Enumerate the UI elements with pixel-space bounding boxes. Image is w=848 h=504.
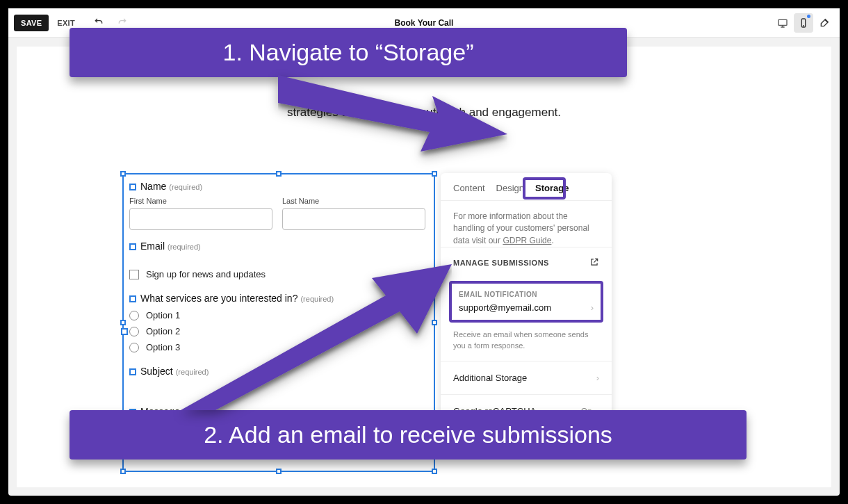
option-label: Option 2	[146, 326, 180, 336]
svg-rect-0	[778, 19, 787, 25]
last-name-input[interactable]	[282, 208, 425, 230]
field-marker-icon	[129, 243, 136, 250]
arrow-icon	[278, 75, 507, 158]
tab-content[interactable]: Content	[453, 183, 485, 193]
form-settings-panel: Content Design Storage For more informat…	[441, 173, 612, 443]
field-label-name: Name	[140, 181, 166, 192]
resize-handle[interactable]	[120, 171, 126, 177]
sublabel-last-name: Last Name	[282, 197, 425, 205]
option-radio[interactable]	[129, 311, 139, 320]
email-notification-help: Receive an email when someone sends you …	[453, 330, 599, 351]
resize-handle[interactable]	[276, 469, 282, 474]
email-notification-label: EMAIL NOTIFICATION	[459, 291, 594, 298]
option-radio[interactable]	[129, 343, 139, 352]
field-marker-icon	[121, 328, 128, 335]
resize-handle[interactable]	[276, 171, 282, 177]
manage-submissions-heading: MANAGE SUBMISSIONS	[453, 259, 549, 267]
signup-checkbox[interactable]	[129, 270, 139, 279]
resize-handle[interactable]	[120, 469, 126, 474]
field-label-email: Email	[140, 241, 165, 252]
tab-design[interactable]: Design	[496, 183, 524, 193]
email-notification-row[interactable]: EMAIL NOTIFICATION support@myemail.com ›	[449, 281, 603, 323]
option-radio[interactable]	[129, 327, 139, 336]
field-marker-icon	[129, 295, 136, 302]
external-link-icon[interactable]	[589, 257, 599, 268]
field-marker-icon	[129, 368, 136, 375]
gdpr-guide-link[interactable]: GDPR Guide	[503, 236, 551, 245]
save-button[interactable]: SAVE	[14, 15, 49, 31]
email-notification-value: support@myemail.com	[459, 302, 551, 313]
resize-handle[interactable]	[432, 469, 437, 474]
annotation-step-2: 2. Add an email to receive submissions	[70, 410, 747, 460]
additional-storage-row[interactable]: Additional Storage ›	[441, 361, 612, 394]
resize-handle[interactable]	[432, 171, 437, 177]
desktop-view-icon[interactable]	[773, 13, 792, 33]
annotation-step-1: 1. Navigate to “Storage”	[70, 28, 627, 77]
required-label: (required)	[168, 243, 201, 251]
svg-point-2	[804, 25, 804, 26]
arrow-icon	[181, 257, 452, 410]
svg-marker-4	[181, 264, 452, 410]
chevron-right-icon: ›	[591, 302, 594, 313]
resize-handle[interactable]	[120, 320, 126, 325]
page-title: Book Your Call	[395, 18, 454, 28]
chevron-right-icon: ›	[596, 373, 599, 383]
sublabel-first-name: First Name	[129, 197, 272, 205]
field-marker-icon	[129, 184, 136, 190]
svg-marker-3	[278, 75, 507, 152]
brush-icon[interactable]	[815, 13, 834, 33]
tab-storage[interactable]: Storage	[535, 183, 569, 193]
mobile-view-icon[interactable]	[794, 13, 813, 33]
field-label-subject: Subject	[140, 366, 173, 377]
additional-storage-label: Additional Storage	[453, 373, 527, 383]
first-name-input[interactable]	[129, 208, 272, 230]
option-label: Option 1	[146, 310, 180, 320]
option-label: Option 3	[146, 342, 180, 352]
required-label: (required)	[169, 183, 202, 191]
